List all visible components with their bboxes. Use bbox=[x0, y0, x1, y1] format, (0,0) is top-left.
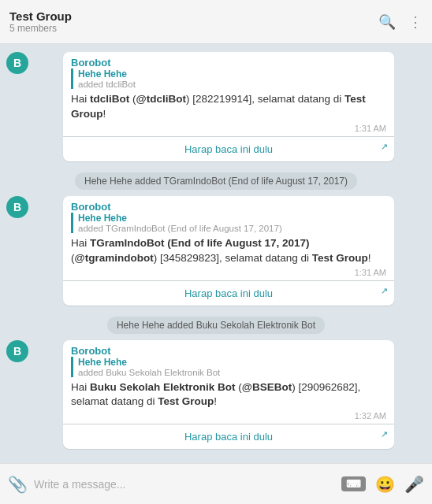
message-sender: Borobot bbox=[71, 345, 386, 357]
chat-header: Test Group 5 members 🔍 ⋮ bbox=[0, 0, 432, 44]
message-time: 1:31 AM bbox=[71, 124, 386, 133]
more-options-icon[interactable]: ⋮ bbox=[408, 13, 423, 31]
bot-button-text: Harap baca ini dulu bbox=[184, 431, 273, 443]
reply-text: added tdcliBot bbox=[78, 80, 386, 89]
message-time: 1:31 AM bbox=[71, 268, 386, 277]
reply-name: Hehe Hehe bbox=[78, 213, 386, 224]
keyboard-icon[interactable]: ⌨ bbox=[341, 476, 366, 491]
bot-button[interactable]: Harap baca ini dulu↗ bbox=[63, 137, 394, 161]
message-group: BBorobotHehe Heheadded TGramIndoBot (End… bbox=[6, 196, 426, 306]
bot-button-row: Harap baca ini dulu↗ bbox=[6, 424, 426, 449]
message-time: 1:32 AM bbox=[71, 411, 386, 421]
message-text: Hai tdcliBot (@tdcliBot) [282219914], se… bbox=[71, 92, 386, 122]
attachment-icon[interactable]: 📎 bbox=[8, 475, 28, 494]
message-bubble: BorobotHehe Heheadded Buku Sekolah Elekt… bbox=[63, 340, 394, 424]
avatar: B bbox=[6, 52, 28, 74]
chat-title: Test Group bbox=[9, 9, 378, 23]
emoji-icon[interactable]: 😀 bbox=[375, 475, 395, 494]
message-text: Hai Buku Sekolah Elektronik Bot (@BSEBot… bbox=[71, 380, 386, 410]
bot-button[interactable]: Harap baca ini dulu↗ bbox=[63, 281, 394, 306]
header-icons: 🔍 ⋮ bbox=[378, 13, 423, 31]
chat-subtitle: 5 members bbox=[9, 23, 378, 34]
reply-bar: Hehe Heheadded tdcliBot bbox=[71, 69, 386, 89]
bot-button-row: Harap baca ini dulu↗ bbox=[6, 281, 426, 306]
message-row: BBorobotHehe Heheadded tdcliBotHai tdcli… bbox=[6, 52, 426, 136]
reply-bar: Hehe Heheadded TGramIndoBot (End of life… bbox=[71, 213, 386, 233]
message-group: BBorobotHehe Heheadded Buku Sekolah Elek… bbox=[6, 340, 426, 450]
reply-name: Hehe Hehe bbox=[78, 357, 386, 368]
message-sender: Borobot bbox=[71, 57, 386, 69]
bot-button-text: Harap baca ini dulu bbox=[184, 143, 273, 155]
chat-area: BBorobotHehe Heheadded tdcliBotHai tdcli… bbox=[0, 44, 432, 463]
avatar: B bbox=[6, 196, 28, 218]
bot-button-arrow-icon: ↗ bbox=[381, 286, 388, 296]
message-sender: Borobot bbox=[71, 201, 386, 213]
bot-button-text: Harap baca ini dulu bbox=[184, 287, 273, 299]
bot-button-arrow-icon: ↗ bbox=[381, 429, 388, 439]
reply-name: Hehe Hehe bbox=[78, 69, 386, 80]
system-message: Hehe Hehe added Buku Sekolah Elektronik … bbox=[107, 317, 325, 334]
reply-text: added Buku Sekolah Elektronik Bot bbox=[78, 368, 386, 377]
message-group: BBorobotHehe Heheadded tdcliBotHai tdcli… bbox=[6, 52, 426, 161]
message-input[interactable] bbox=[34, 478, 335, 491]
bot-button-arrow-icon: ↗ bbox=[381, 142, 388, 152]
reply-text: added TGramIndoBot (End of life August 1… bbox=[78, 224, 386, 233]
reply-bar: Hehe Heheadded Buku Sekolah Elektronik B… bbox=[71, 357, 386, 377]
input-bar: 📎 ⌨ 😀 🎤 bbox=[0, 463, 432, 504]
header-info: Test Group 5 members bbox=[9, 9, 378, 34]
input-right-icons: ⌨ 😀 🎤 bbox=[341, 475, 424, 494]
mic-icon[interactable]: 🎤 bbox=[404, 475, 424, 494]
message-bubble: BorobotHehe Heheadded TGramIndoBot (End … bbox=[63, 196, 394, 280]
message-row: BBorobotHehe Heheadded Buku Sekolah Elek… bbox=[6, 340, 426, 424]
bot-button-row: Harap baca ini dulu↗ bbox=[6, 137, 426, 161]
message-text: Hai TGramIndoBot (End of life August 17,… bbox=[71, 236, 386, 266]
bot-button[interactable]: Harap baca ini dulu↗ bbox=[63, 424, 394, 449]
avatar: B bbox=[6, 340, 28, 362]
search-icon[interactable]: 🔍 bbox=[378, 13, 396, 31]
message-row: BBorobotHehe Heheadded TGramIndoBot (End… bbox=[6, 196, 426, 280]
message-bubble: BorobotHehe Heheadded tdcliBotHai tdcliB… bbox=[63, 52, 394, 136]
system-message: Hehe Hehe added TGramIndoBot (End of lif… bbox=[75, 172, 357, 190]
